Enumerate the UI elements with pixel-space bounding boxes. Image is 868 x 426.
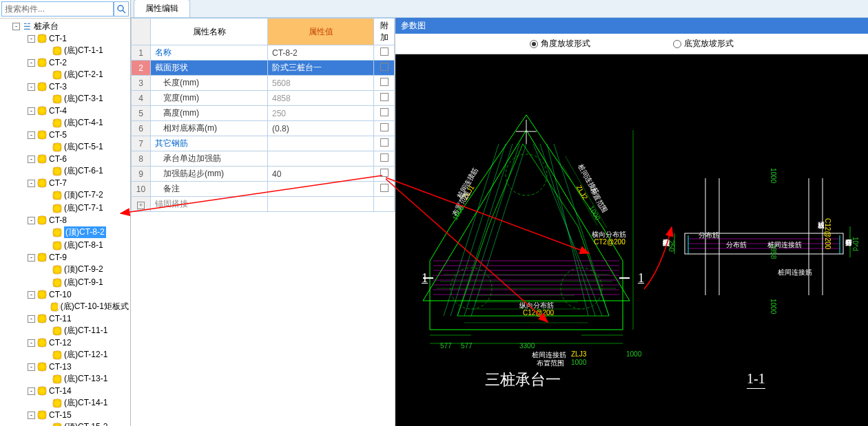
label-c12-200: C12@200 [523, 309, 554, 317]
tree-item[interactable]: -CT-12 [1, 337, 129, 348]
grid-row[interactable]: 3长度(mm)5608 [132, 76, 395, 91]
tree-panel: -☱桩承台-CT-1(底)CT-1-1-CT-2(底)CT-2-1-CT-3(底… [0, 0, 131, 426]
dim-10d: 10*d [851, 237, 859, 251]
component-tree[interactable]: -☱桩承台-CT-1(底)CT-1-1-CT-2(底)CT-2-1-CT-3(底… [0, 19, 130, 426]
tree-root[interactable]: -☱桩承台 [1, 20, 129, 33]
dim-1000: 1000 [626, 350, 641, 358]
tree-leaf[interactable]: (底)CT-2-1 [1, 68, 129, 81]
tree-leaf[interactable]: (顶)CT-9-2 [1, 263, 129, 276]
radio-icon [673, 40, 681, 48]
label-fenbu: 分布筋 [699, 231, 719, 240]
tree-item[interactable]: -CT-8 [1, 215, 129, 226]
tree-item[interactable]: -CT-13 [1, 361, 129, 372]
radio-icon [530, 40, 538, 48]
search-button[interactable] [114, 1, 129, 17]
svg-point-0 [118, 6, 123, 11]
dim-1000: 1000 [769, 168, 777, 183]
diagram-options: 角度放坡形式 底宽放坡形式 [395, 34, 868, 54]
tree-item[interactable]: -CT-10 [1, 289, 129, 300]
diagram-panel: 参数图 角度放坡形式 底宽放坡形式 [395, 18, 868, 426]
grid-row[interactable]: 5高度(mm)250 [132, 106, 395, 121]
tree-leaf[interactable]: (底)CT-9-1 [1, 276, 129, 289]
diagram-title-section: 1-1 [747, 371, 765, 389]
tree-leaf[interactable]: (顶)CT-8-2 [1, 226, 129, 239]
property-grid-panel: 属性名称属性值附加1名称CT-8-22截面形状阶式三桩台一3长度(mm)5608… [131, 18, 395, 426]
diagram-canvas[interactable]: 1000 2858 1000 577 577 3300 1000 250 10*… [395, 54, 868, 426]
svg-point-32 [506, 154, 547, 195]
content-area: 属性名称属性值附加1名称CT-8-22截面形状阶式三桩台一3长度(mm)5608… [131, 18, 868, 426]
label-range: 布置范围 [537, 359, 564, 368]
tree-item[interactable]: -CT-5 [1, 129, 129, 140]
tree-item[interactable]: -CT-4 [1, 105, 129, 116]
tree-item[interactable]: -CT-11 [1, 313, 129, 324]
grid-row[interactable]: 1名称CT-8-2 [132, 45, 395, 61]
search-icon [116, 4, 126, 14]
section-mark-1: 1 [638, 271, 644, 286]
grid-row[interactable]: +锚固搭接 [132, 197, 395, 212]
search-bar [0, 0, 130, 19]
tree-item[interactable]: -CT-1 [1, 33, 129, 44]
tree-item[interactable]: -CT-14 [1, 385, 129, 396]
label-c12-200: C12@200 [824, 218, 831, 249]
dim-577: 577 [461, 342, 473, 350]
label-ct2-200: CT2@200 [594, 238, 626, 246]
grid-row[interactable]: 4宽度(mm)4858 [132, 91, 395, 106]
tree-leaf[interactable]: (底)CT-4-1 [1, 116, 129, 129]
search-input[interactable] [1, 1, 114, 17]
label-zlj3: ZLJ3 [571, 350, 586, 358]
diagram-header: 参数图 [395, 18, 868, 34]
tree-leaf[interactable]: (底)CT-6-1 [1, 164, 129, 178]
section-view-svg [671, 158, 868, 364]
right-panel: 属性编辑 属性名称属性值附加1名称CT-8-22截面形状阶式三桩台一3长度(mm… [131, 0, 868, 426]
grid-row[interactable]: 9加强筋起步(mm)40 [132, 167, 395, 182]
svg-marker-4 [430, 115, 623, 330]
tree-leaf[interactable]: (顶)CT-15-2 [1, 420, 129, 426]
radio-label: 角度放坡形式 [541, 38, 590, 50]
label-pile-connect: 桩间连接筋 [778, 268, 812, 277]
diagram-title-plan: 三桩承台一 [485, 370, 561, 390]
tree-leaf[interactable]: (底)CT-14-1 [1, 396, 129, 409]
radio-label: 底宽放坡形式 [684, 38, 734, 50]
grid-row[interactable]: 8承台单边加强筋 [132, 151, 395, 167]
property-grid[interactable]: 属性名称属性值附加1名称CT-8-22截面形状阶式三桩台一3长度(mm)5608… [131, 18, 395, 212]
section-mark-1: 1 [422, 271, 428, 286]
svg-line-1 [123, 10, 125, 13]
dim-577: 577 [440, 342, 452, 350]
tree-leaf[interactable]: (底)CT-11-1 [1, 324, 129, 337]
tree-leaf[interactable]: (底)CT-1-1 [1, 44, 129, 57]
grid-row[interactable]: 7其它钢筋 [132, 136, 395, 151]
grid-row[interactable]: 10备注 [132, 182, 395, 197]
tab-properties[interactable]: 属性编辑 [134, 0, 190, 17]
radio-bottom-slope[interactable]: 底宽放坡形式 [673, 38, 734, 50]
radio-angle-slope[interactable]: 角度放坡形式 [530, 38, 590, 50]
grid-row[interactable]: 6相对底标高(m)(0.8) [132, 121, 395, 136]
tree-item[interactable]: -CT-9 [1, 252, 129, 263]
dim-3300: 3300 [519, 342, 535, 350]
tree-leaf[interactable]: (底)CT-3-1 [1, 92, 129, 105]
tree-leaf[interactable]: (底)CT-13-1 [1, 372, 129, 385]
tree-leaf[interactable]: (底)CT-12-1 [1, 348, 129, 361]
tree-item[interactable]: -CT-6 [1, 153, 129, 164]
tree-leaf[interactable]: (底)CT-5-1 [1, 140, 129, 153]
label-pile-connect: 桩间连接筋 [767, 240, 802, 250]
label-fenbu: 分布筋 [726, 240, 747, 250]
tree-leaf[interactable]: (顶)CT-7-2 [1, 189, 129, 202]
tree-leaf[interactable]: (底)CT-10-1矩板式 [1, 300, 129, 313]
tab-bar: 属性编辑 [131, 0, 868, 18]
tree-leaf[interactable]: (底)CT-7-1 [1, 202, 129, 215]
dim-1000: 1000 [571, 359, 586, 366]
tree-item[interactable]: -CT-7 [1, 178, 129, 189]
tree-leaf[interactable]: (底)CT-8-1 [1, 239, 129, 252]
grid-row[interactable]: 2截面形状阶式三桩台一 [132, 61, 395, 76]
tree-item[interactable]: -CT-15 [1, 409, 129, 420]
tree-item[interactable]: -CT-3 [1, 81, 129, 92]
tree-item[interactable]: -CT-2 [1, 57, 129, 68]
dim-250: 250 [668, 240, 675, 252]
dim-1000: 1000 [769, 299, 777, 314]
